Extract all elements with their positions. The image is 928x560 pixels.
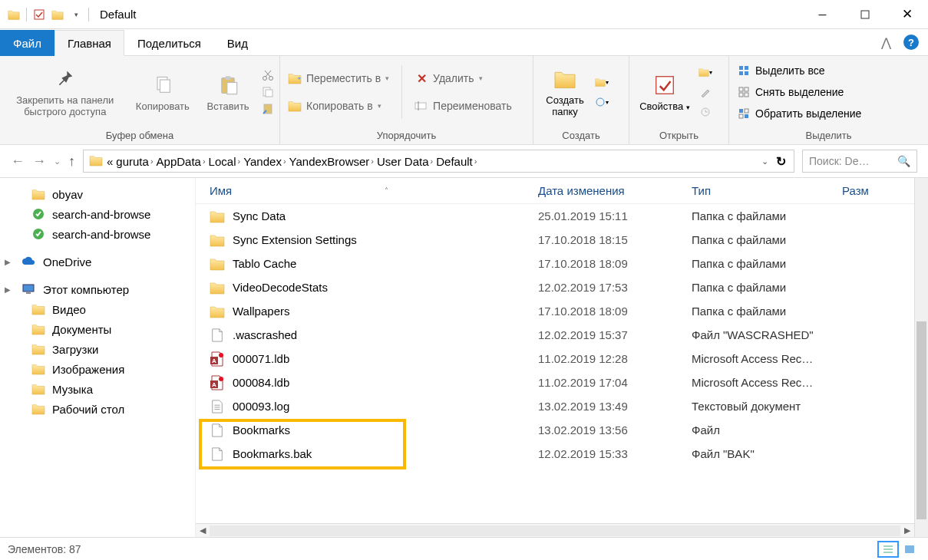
tree-item[interactable]: Рабочий стол [0, 399, 195, 419]
file-list-pane: Имя˄ Дата изменения Тип Разм Sync Data25… [196, 178, 914, 537]
group-new-label: Создать [538, 128, 624, 144]
paste-shortcut-icon[interactable] [261, 102, 275, 116]
file-row[interactable]: Wallpapers17.10.2018 18:09Папка с файлам… [196, 299, 914, 323]
file-row[interactable]: Sync Extension Settings17.10.2018 18:15П… [196, 228, 914, 252]
nav-recent-icon[interactable]: ⌄ [54, 156, 61, 166]
file-icon [210, 351, 225, 367]
nav-up-icon[interactable]: ↑ [68, 153, 75, 170]
file-icon [210, 232, 225, 248]
tree-item[interactable]: obyav [0, 184, 195, 204]
column-headers[interactable]: Имя˄ Дата изменения Тип Разм [196, 178, 914, 204]
moveto-icon [288, 71, 302, 85]
copy-path-icon[interactable] [261, 85, 275, 99]
navigation-pane[interactable]: obyavsearch-and-browsesearch-and-browse▶… [0, 178, 196, 537]
copy-button[interactable]: Копировать [129, 73, 197, 112]
file-row[interactable]: 000084.ldb11.02.2019 17:04Microsoft Acce… [196, 371, 914, 394]
collapse-ribbon-icon[interactable]: ⋀ [881, 35, 891, 50]
folder-icon [8, 8, 20, 21]
tree-item[interactable]: Загрузки [0, 339, 195, 359]
tree-icon [31, 302, 46, 316]
svg-rect-44 [905, 545, 914, 553]
nav-back-icon[interactable]: ← [11, 153, 25, 170]
tree-icon [31, 362, 46, 376]
help-icon[interactable]: ? [903, 35, 919, 50]
tab-share[interactable]: Поделиться [124, 30, 214, 56]
select-none-button[interactable]: Снять выделение [734, 84, 864, 100]
svg-rect-27 [739, 71, 743, 75]
tree-item[interactable]: search-and-browse [0, 204, 195, 224]
breadcrumb: guruta› [116, 155, 153, 168]
open-icon[interactable]: ▾ [698, 65, 712, 79]
qat-properties-icon[interactable] [33, 8, 45, 21]
svg-rect-23 [656, 76, 674, 94]
minimize-button[interactable]: ─ [801, 0, 844, 29]
tree-item[interactable]: Документы [0, 319, 195, 339]
refresh-icon[interactable]: ↻ [776, 154, 786, 169]
edit-icon[interactable] [698, 85, 712, 99]
file-row[interactable]: Tablo Cache17.10.2018 18:09Папка с файла… [196, 252, 914, 275]
svg-rect-31 [739, 93, 743, 97]
qat-dropdown-icon[interactable]: ▾ [70, 8, 82, 21]
tree-item[interactable]: Изображения [0, 359, 195, 379]
cut-icon[interactable] [261, 68, 275, 82]
tree-item[interactable]: search-and-browse [0, 224, 195, 244]
file-row[interactable]: 000071.ldb11.02.2019 12:28Microsoft Acce… [196, 347, 914, 371]
qat-newfolder-icon[interactable] [51, 8, 64, 21]
vertical-scrollbar[interactable] [914, 178, 928, 537]
maximize-button[interactable] [844, 0, 886, 29]
address-folder-icon [88, 154, 104, 169]
breadcrumb: YandexBrowser› [289, 155, 374, 168]
paste-button[interactable]: Вставить [200, 73, 256, 112]
group-select-label: Выделить [734, 128, 923, 144]
svg-rect-25 [739, 66, 743, 70]
details-view-button[interactable] [877, 541, 899, 558]
copy-to-button[interactable]: Копировать в▾ [285, 97, 392, 114]
tab-view[interactable]: Вид [214, 30, 261, 56]
nav-forward-icon[interactable]: → [32, 153, 46, 170]
horizontal-scrollbar[interactable]: ◀▶ [196, 523, 914, 537]
tree-icon [31, 322, 46, 336]
tree-icon [31, 342, 46, 356]
statusbar: Элементов: 87 [0, 537, 928, 560]
svg-rect-9 [160, 80, 170, 92]
new-folder-button[interactable]: Создать папку [538, 67, 592, 117]
file-icon [210, 328, 225, 343]
thumbnails-view-button[interactable] [899, 541, 920, 558]
invert-selection-button[interactable]: Обратить выделение [734, 105, 864, 122]
tree-item[interactable]: ▶Этот компьютер [0, 279, 195, 299]
tree-item[interactable]: Видео [0, 299, 195, 319]
file-row[interactable]: Bookmarks.bak12.02.2019 15:33Файл "BAK" [196, 442, 914, 466]
pin-to-quick-access-button[interactable]: Закрепить на панели быстрого доступа [5, 67, 126, 117]
svg-rect-33 [739, 109, 743, 113]
select-all-button[interactable]: Выделить все [734, 62, 864, 79]
file-row[interactable]: Sync Data25.01.2019 15:11Папка с файлами [196, 204, 914, 228]
file-row[interactable]: 000093.log13.02.2019 13:49Текстовый доку… [196, 394, 914, 418]
ribbon: Закрепить на панели быстрого доступа Коп… [0, 56, 928, 145]
svg-line-16 [265, 71, 270, 77]
history-icon[interactable] [698, 105, 712, 119]
tab-home[interactable]: Главная [54, 30, 124, 56]
rename-button[interactable]: Переименовать [411, 97, 515, 114]
address-bar[interactable]: « guruta› AppData› Local› Yandex› Yandex… [83, 150, 794, 173]
close-button[interactable]: ✕ [886, 0, 928, 29]
tree-item[interactable]: Музыка [0, 379, 195, 399]
tree-icon [31, 382, 46, 396]
easy-access-icon[interactable]: ▾ [595, 95, 609, 109]
file-row[interactable]: Bookmarks13.02.2019 13:56Файл [196, 418, 914, 442]
address-dropdown-icon[interactable]: ⌄ [761, 156, 768, 166]
search-input[interactable]: Поиск: De… 🔍 [802, 150, 917, 173]
properties-button[interactable]: Свойства ▾ [634, 73, 695, 112]
svg-rect-20 [415, 103, 426, 109]
tab-file[interactable]: Файл [0, 30, 54, 56]
svg-point-22 [596, 98, 604, 106]
move-to-button[interactable]: Переместить в▾ [285, 70, 392, 87]
new-item-icon[interactable]: ▾ [595, 75, 609, 89]
svg-rect-12 [227, 82, 237, 94]
file-row[interactable]: .wascrashed12.02.2019 15:37Файл "WASCRAS… [196, 323, 914, 347]
status-count-label: Элементов: [8, 543, 66, 555]
delete-button[interactable]: ✕Удалить▾ [411, 70, 515, 87]
tree-item[interactable]: ▶OneDrive [0, 252, 195, 272]
copy-icon [150, 73, 175, 97]
file-row[interactable]: VideoDecodeStats12.02.2019 17:53Папка с … [196, 275, 914, 299]
svg-rect-6 [35, 10, 44, 19]
